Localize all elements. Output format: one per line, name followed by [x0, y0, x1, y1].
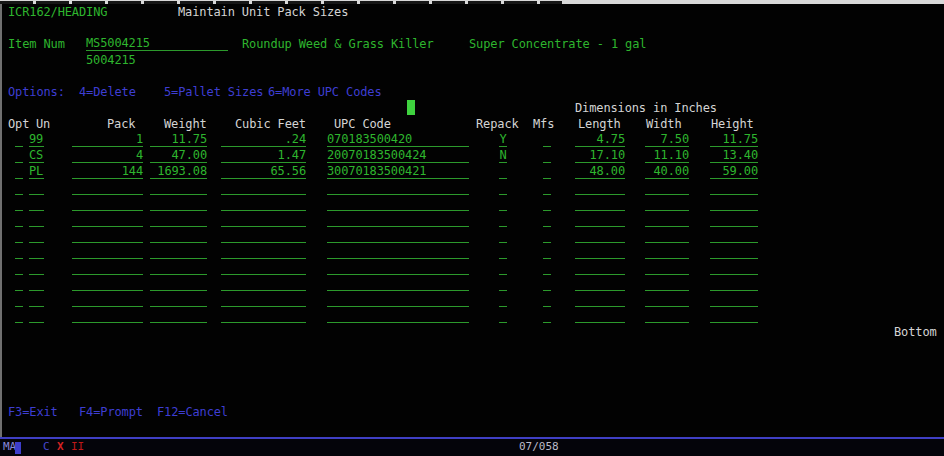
field-mfs-empty4[interactable] — [543, 228, 551, 243]
field-repack-empty7[interactable] — [499, 276, 507, 291]
field-width-empty1[interactable] — [645, 180, 689, 195]
field-mfs-empty1[interactable] — [543, 180, 551, 195]
field-length-empty6[interactable] — [575, 260, 625, 275]
field-opt-empty3[interactable] — [15, 212, 23, 227]
field-un-empty5[interactable] — [29, 244, 44, 259]
field-upc_code-empty3[interactable] — [327, 212, 469, 227]
field-width-empty6[interactable] — [645, 260, 689, 275]
field-pack-row1[interactable]: 1 — [72, 132, 143, 147]
field-opt-empty9[interactable] — [15, 308, 23, 323]
field-height-empty5[interactable] — [710, 244, 758, 259]
field-un-row3[interactable]: PL — [29, 164, 44, 179]
field-repack-empty6[interactable] — [499, 260, 507, 275]
field-pack-row2[interactable]: 4 — [72, 148, 143, 163]
field-un-empty4[interactable] — [29, 228, 44, 243]
field-mfs-row1[interactable] — [543, 132, 551, 147]
field-weight-empty1[interactable] — [150, 180, 207, 195]
field-length-empty7[interactable] — [575, 276, 625, 291]
field-repack-row3[interactable] — [499, 164, 507, 179]
field-height-empty4[interactable] — [710, 228, 758, 243]
field-length-empty3[interactable] — [575, 212, 625, 227]
field-repack-empty1[interactable] — [499, 180, 507, 195]
field-width-row3[interactable]: 40.00 — [645, 164, 689, 179]
field-pack-row3[interactable]: 144 — [72, 164, 143, 179]
field-length-row1[interactable]: 4.75 — [575, 132, 625, 147]
field-upc_code-empty9[interactable] — [327, 308, 469, 323]
field-mfs-empty7[interactable] — [543, 276, 551, 291]
field-un-empty3[interactable] — [29, 212, 44, 227]
field-cubic_feet-empty5[interactable] — [221, 244, 306, 259]
field-height-empty3[interactable] — [710, 212, 758, 227]
field-mfs-empty2[interactable] — [543, 196, 551, 211]
field-mfs-row2[interactable] — [543, 148, 551, 163]
field-repack-row2[interactable]: N — [499, 148, 507, 163]
field-pack-empty9[interactable] — [72, 308, 143, 323]
field-un-empty8[interactable] — [29, 292, 44, 307]
field-cubic_feet-empty3[interactable] — [221, 212, 306, 227]
field-un-empty6[interactable] — [29, 260, 44, 275]
field-height-row2[interactable]: 13.40 — [710, 148, 758, 163]
field-un-row2[interactable]: CS — [29, 148, 44, 163]
field-upc_code-row3[interactable]: 30070183500421 — [327, 164, 469, 179]
field-mfs-empty5[interactable] — [543, 244, 551, 259]
field-width-empty4[interactable] — [645, 228, 689, 243]
field-mfs-empty3[interactable] — [543, 212, 551, 227]
field-width-row2[interactable]: 11.10 — [645, 148, 689, 163]
field-width-empty9[interactable] — [645, 308, 689, 323]
field-weight-empty7[interactable] — [150, 276, 207, 291]
field-upc_code-empty1[interactable] — [327, 180, 469, 195]
field-width-empty7[interactable] — [645, 276, 689, 291]
field-width-empty2[interactable] — [645, 196, 689, 211]
field-opt-empty5[interactable] — [15, 244, 23, 259]
field-length-row3[interactable]: 48.00 — [575, 164, 625, 179]
field-height-empty7[interactable] — [710, 276, 758, 291]
field-weight-empty2[interactable] — [150, 196, 207, 211]
field-un-empty7[interactable] — [29, 276, 44, 291]
field-weight-empty5[interactable] — [150, 244, 207, 259]
field-mfs-empty9[interactable] — [543, 308, 551, 323]
field-upc_code-row2[interactable]: 20070183500424 — [327, 148, 469, 163]
field-cubic_feet-empty6[interactable] — [221, 260, 306, 275]
field-length-empty4[interactable] — [575, 228, 625, 243]
field-width-row1[interactable]: 7.50 — [645, 132, 689, 147]
field-un-empty9[interactable] — [29, 308, 44, 323]
field-cubic_feet-row1[interactable]: .24 — [221, 132, 306, 147]
field-length-empty5[interactable] — [575, 244, 625, 259]
field-upc_code-empty5[interactable] — [327, 244, 469, 259]
field-opt-row3[interactable] — [15, 164, 23, 179]
field-pack-empty5[interactable] — [72, 244, 143, 259]
field-opt-empty2[interactable] — [15, 196, 23, 211]
field-opt-empty6[interactable] — [15, 260, 23, 275]
field-mfs-empty6[interactable] — [543, 260, 551, 275]
field-height-row1[interactable]: 11.75 — [710, 132, 758, 147]
field-cubic_feet-empty1[interactable] — [221, 180, 306, 195]
item-number-field[interactable]: MS5004215 — [86, 36, 228, 51]
field-weight-empty6[interactable] — [150, 260, 207, 275]
field-mfs-empty8[interactable] — [543, 292, 551, 307]
field-weight-empty9[interactable] — [150, 308, 207, 323]
field-weight-empty4[interactable] — [150, 228, 207, 243]
field-repack-empty9[interactable] — [499, 308, 507, 323]
field-pack-empty4[interactable] — [72, 228, 143, 243]
field-repack-row1[interactable]: Y — [499, 132, 507, 147]
field-opt-empty1[interactable] — [15, 180, 23, 195]
field-length-row2[interactable]: 17.10 — [575, 148, 625, 163]
field-width-empty3[interactable] — [645, 212, 689, 227]
field-mfs-row3[interactable] — [543, 164, 551, 179]
field-cubic_feet-row2[interactable]: 1.47 — [221, 148, 306, 163]
field-upc_code-empty6[interactable] — [327, 260, 469, 275]
field-cubic_feet-empty2[interactable] — [221, 196, 306, 211]
field-repack-empty8[interactable] — [499, 292, 507, 307]
field-pack-empty1[interactable] — [72, 180, 143, 195]
field-weight-row3[interactable]: 1693.08 — [150, 164, 207, 179]
field-cubic_feet-empty7[interactable] — [221, 276, 306, 291]
field-opt-row1[interactable] — [15, 132, 23, 147]
field-width-empty5[interactable] — [645, 244, 689, 259]
field-height-row3[interactable]: 59.00 — [710, 164, 758, 179]
field-pack-empty6[interactable] — [72, 260, 143, 275]
field-un-empty1[interactable] — [29, 180, 44, 195]
field-pack-empty3[interactable] — [72, 212, 143, 227]
field-height-empty9[interactable] — [710, 308, 758, 323]
field-length-empty1[interactable] — [575, 180, 625, 195]
field-cubic_feet-empty8[interactable] — [221, 292, 306, 307]
